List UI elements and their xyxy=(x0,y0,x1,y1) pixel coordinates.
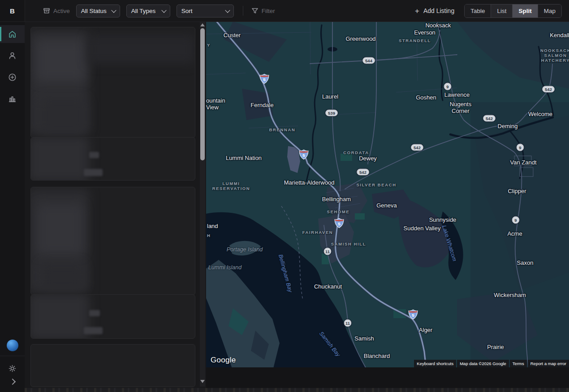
map-edge-label: H xyxy=(207,233,211,238)
map-district-label: BRENNAN xyxy=(269,127,296,132)
redacted-content xyxy=(40,98,86,134)
map-district-label: NOOKSACK SALMON HATCHERY xyxy=(540,48,569,63)
panel-scrollbar[interactable] xyxy=(200,22,205,387)
redacted-content xyxy=(37,204,83,254)
route-badge: 542 xyxy=(357,169,369,176)
map-water-label: Portage Island xyxy=(227,246,263,253)
status-select[interactable]: All Status xyxy=(76,4,120,17)
map-town-label: Chuckanut xyxy=(314,283,342,290)
map-town-label: Greenwood xyxy=(345,35,375,42)
map-district-label: SILVER BEACH xyxy=(356,182,396,187)
google-logo[interactable]: Google xyxy=(211,356,236,365)
map-town-label: Acme xyxy=(507,230,522,237)
sidebar-item-add[interactable] xyxy=(0,68,25,86)
bottom-edge-strip xyxy=(25,388,569,392)
map-district-label: SEHOME xyxy=(327,209,350,214)
listing-card[interactable] xyxy=(30,344,195,387)
archive-icon xyxy=(43,7,50,14)
sidebar xyxy=(0,22,25,392)
route-badge: 9 xyxy=(444,83,452,90)
map-town-label: Lummi Nation xyxy=(226,155,262,161)
interstate-5-shield-icon: 5 xyxy=(259,74,269,84)
view-tab-map[interactable]: Map xyxy=(538,4,561,17)
chevron-down-icon xyxy=(225,8,230,13)
listing-card[interactable] xyxy=(30,137,195,181)
scrollbar-thumb[interactable] xyxy=(200,28,205,160)
toolbar-right: Add Listing TableListSplitMap xyxy=(415,4,562,18)
expand-sidebar-button[interactable] xyxy=(0,375,25,388)
map-town-label: Kendall xyxy=(550,32,569,39)
map-town-label: Goshen xyxy=(416,94,436,101)
redacted-text xyxy=(89,152,99,158)
map-edge-label: Y xyxy=(207,43,211,47)
filter-label: Filter xyxy=(262,8,275,14)
map-edge-label: ountain View xyxy=(206,97,225,111)
scroll-up-button[interactable] xyxy=(200,23,205,26)
sidebar-footer xyxy=(0,340,25,392)
filter-button[interactable]: Filter xyxy=(251,7,275,14)
map-attribution-item[interactable]: Terms xyxy=(510,360,527,367)
listing-card[interactable] xyxy=(30,187,195,295)
map-town-label: Welcome xyxy=(528,111,552,117)
map-district-label: SAMISH HILL xyxy=(331,241,366,246)
view-tab-table[interactable]: Table xyxy=(465,4,491,17)
map-town-label: Everson xyxy=(414,29,435,36)
add-listing-label: Add Listing xyxy=(423,7,454,14)
types-select[interactable]: All Types xyxy=(126,4,170,17)
sort-select[interactable]: Sort xyxy=(177,4,234,17)
route-badge: 539 xyxy=(325,110,338,116)
sun-icon xyxy=(9,365,16,372)
listing-card[interactable] xyxy=(30,294,195,339)
interstate-5-shield-icon: 5 xyxy=(299,150,309,160)
map-district-label: FAIRHAVEN xyxy=(302,230,333,235)
sidebar-item-stats[interactable] xyxy=(0,90,25,108)
map-attribution-item[interactable]: Map data ©2026 Google xyxy=(457,360,509,367)
svg-text:5: 5 xyxy=(338,221,341,226)
route-badge: 9 xyxy=(517,144,524,151)
map-canvas[interactable]: CusterGreenwoodNooksackEversonKendallLau… xyxy=(206,22,569,367)
route-badge: 544 xyxy=(362,57,375,64)
active-filter-label: Active xyxy=(53,8,70,14)
map-attribution-item[interactable]: Report a map error xyxy=(528,360,569,367)
map-town-label: Nugents Corner xyxy=(450,101,471,114)
add-listing-button[interactable]: Add Listing xyxy=(415,7,454,15)
route-badge: 11 xyxy=(324,248,332,255)
redacted-content xyxy=(36,40,86,81)
svg-text:5: 5 xyxy=(263,77,266,82)
app-logo-letter: B xyxy=(10,7,15,15)
map-town-label: Deming xyxy=(498,123,518,129)
redacted-text xyxy=(89,310,100,316)
active-filter-toggle[interactable]: Active xyxy=(43,7,70,14)
listing-card[interactable] xyxy=(30,27,195,138)
map-town-label: Custer xyxy=(224,32,241,39)
chevron-down-icon xyxy=(161,8,166,13)
plus-circle-icon xyxy=(8,73,17,82)
bar-chart-icon xyxy=(8,95,17,103)
scroll-down-button[interactable] xyxy=(200,380,205,383)
map-labels: CusterGreenwoodNooksackEversonKendallLau… xyxy=(206,22,569,367)
redacted-content xyxy=(30,137,89,181)
theme-toggle-button[interactable] xyxy=(0,362,25,375)
chevron-right-icon xyxy=(9,379,15,385)
map-town-label: Saxon xyxy=(517,259,534,266)
redacted-text xyxy=(84,327,103,334)
map-town-label: Marietta-Alderwood xyxy=(284,179,335,186)
redacted-content xyxy=(30,294,89,339)
sidebar-item-contacts[interactable] xyxy=(0,47,25,65)
sidebar-item-home[interactable] xyxy=(0,25,25,43)
view-tab-list[interactable]: List xyxy=(491,4,512,17)
map-town-label: Bellingham xyxy=(322,196,351,202)
user-avatar[interactable] xyxy=(7,340,18,351)
svg-text:5: 5 xyxy=(302,153,305,158)
top-toolbar: B Active All Status All Types Sort Filte… xyxy=(0,0,569,22)
home-icon xyxy=(8,30,17,39)
map-attribution-item[interactable]: Keyboard shortcuts xyxy=(414,360,456,367)
route-badge: 542 xyxy=(483,115,496,122)
route-badge: 9 xyxy=(512,216,520,224)
map-water-label: Samish Bay xyxy=(318,330,341,358)
route-badge: 542 xyxy=(542,86,555,93)
app-logo[interactable]: B xyxy=(0,0,25,22)
funnel-icon xyxy=(251,7,259,14)
sidebar-divider xyxy=(0,356,25,356)
view-tab-split[interactable]: Split xyxy=(512,4,537,17)
